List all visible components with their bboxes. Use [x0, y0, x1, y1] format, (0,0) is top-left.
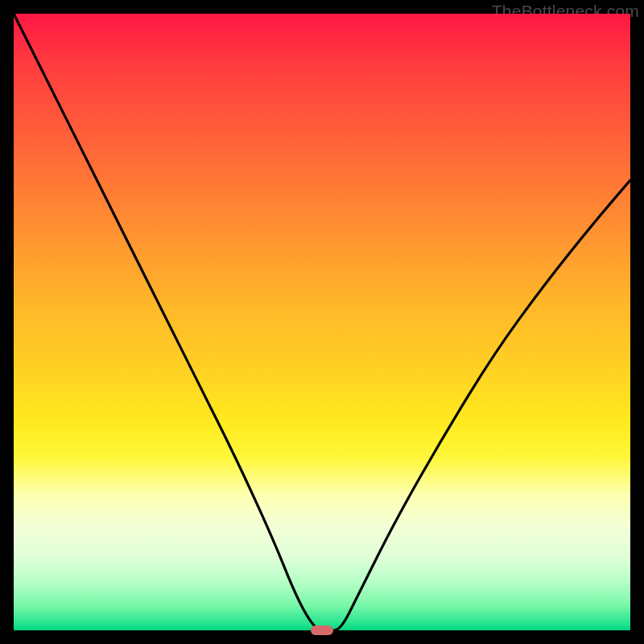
- chart-stage: TheBottleneck.com: [0, 0, 644, 644]
- optimum-marker: [311, 625, 333, 635]
- bottleneck-curve: [14, 14, 630, 630]
- plot-area: [14, 14, 630, 630]
